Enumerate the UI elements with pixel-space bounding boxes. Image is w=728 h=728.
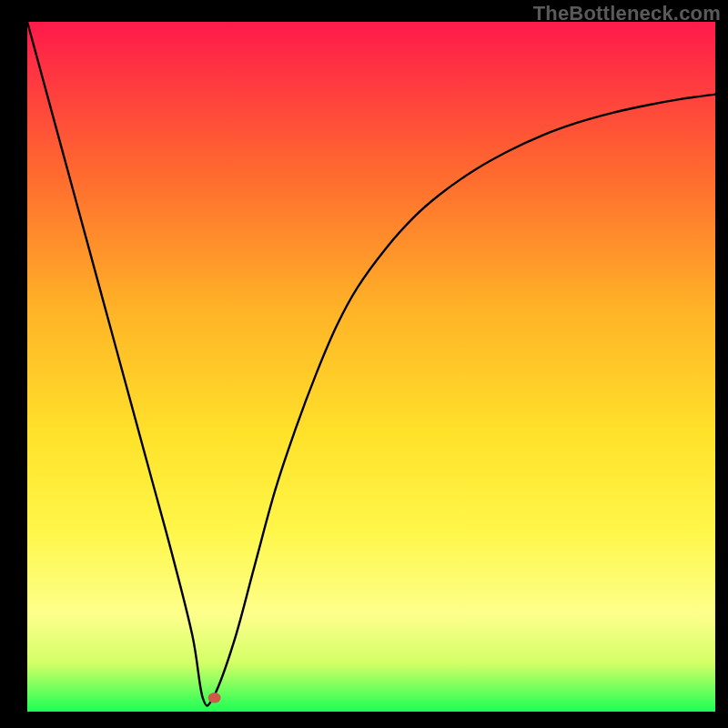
plot-background [27,22,715,712]
minimum-marker [208,693,221,703]
bottleneck-chart [27,22,715,712]
watermark-text: TheBottleneck.com [533,2,721,25]
chart-frame: TheBottleneck.com [0,0,728,728]
